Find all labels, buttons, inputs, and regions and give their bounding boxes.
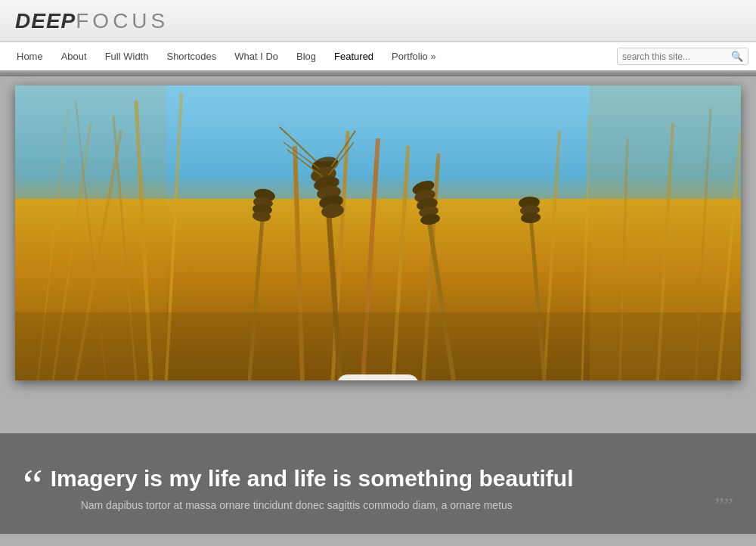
nav-item-featured[interactable]: Featured: [325, 43, 383, 70]
slider-prev[interactable]: ‹: [348, 380, 352, 380]
logo-focus: FOCUS: [76, 9, 169, 33]
nav-link-featured[interactable]: Featured: [325, 43, 383, 70]
nav-item-home[interactable]: Home: [8, 43, 52, 70]
nav-link-about[interactable]: About: [52, 43, 96, 70]
svg-rect-50: [15, 312, 741, 380]
quote-mark-left: “: [23, 467, 43, 503]
nav-link-portfolio-[interactable]: Portfolio »: [383, 43, 445, 70]
navbar: HomeAboutFull WidthShortcodesWhat I DoBl…: [0, 42, 756, 70]
slider-area: ‹ ›: [0, 76, 756, 411]
nav-item-about[interactable]: About: [52, 43, 96, 70]
quote-section: “ Imagery is my life and life is somethi…: [0, 433, 756, 534]
nav-link-shortcodes[interactable]: Shortcodes: [157, 43, 225, 70]
slider-image: [15, 85, 741, 380]
nav-link-what-i-do[interactable]: What I Do: [225, 43, 287, 70]
quote-sub-content: Nam dapibus tortor at massa ornare tinci…: [81, 499, 513, 511]
nav-link-blog[interactable]: Blog: [287, 43, 325, 70]
logo-deep: DEEP: [15, 9, 76, 33]
page-wrapper: DEEPFOCUS HomeAboutFull WidthShortcodesW…: [0, 0, 756, 546]
nav-item-blog[interactable]: Blog: [287, 43, 325, 70]
quote-main-text: Imagery is my life and life is something…: [51, 466, 574, 491]
nav-item-portfolio-[interactable]: Portfolio »: [383, 43, 445, 70]
nav-item-shortcodes[interactable]: Shortcodes: [157, 43, 225, 70]
quote-sub-text: Nam dapibus tortor at massa ornare tinci…: [81, 499, 733, 511]
search-input[interactable]: [622, 51, 728, 62]
svg-rect-49: [15, 85, 741, 161]
quote-mark-right: ””: [714, 500, 733, 510]
content-area: ‹ › “ Imagery is my life and life is som…: [0, 76, 756, 534]
search-box[interactable]: 🔍: [617, 48, 748, 65]
slider-controls: ‹ ›: [336, 374, 419, 380]
header: DEEPFOCUS: [0, 0, 756, 42]
nav-link-home[interactable]: Home: [8, 43, 52, 70]
nav-links: HomeAboutFull WidthShortcodesWhat I DoBl…: [8, 43, 445, 70]
logo-text: DEEPFOCUS: [15, 9, 169, 33]
wheat-svg: [15, 85, 741, 380]
search-icon[interactable]: 🔍: [731, 51, 743, 62]
logo: DEEPFOCUS: [15, 9, 169, 33]
slider-next[interactable]: ›: [404, 380, 408, 380]
nav-link-full-width[interactable]: Full Width: [96, 43, 158, 70]
nav-item-what-i-do[interactable]: What I Do: [225, 43, 287, 70]
gradient-bar: [0, 70, 756, 76]
nav-item-full-width[interactable]: Full Width: [96, 43, 158, 70]
slider-wrapper: ‹ ›: [15, 85, 741, 380]
